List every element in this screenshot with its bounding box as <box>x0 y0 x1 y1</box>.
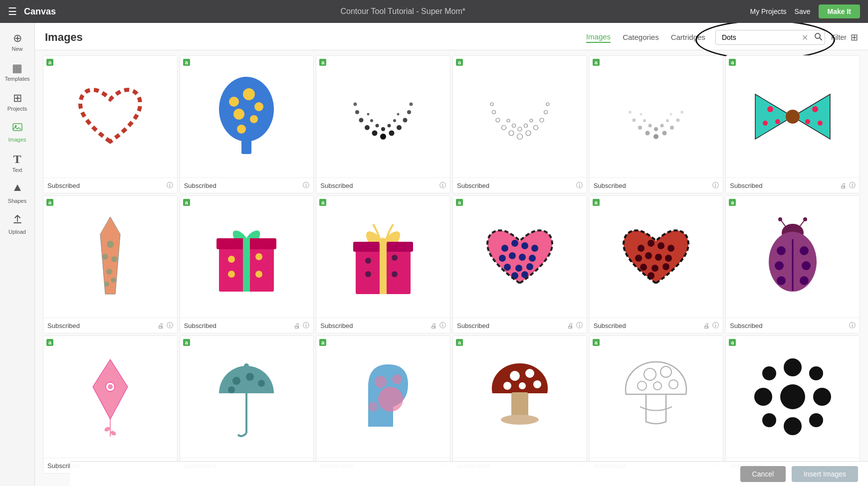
cancel-button[interactable]: Cancel <box>740 466 786 482</box>
grid-toggle-icon[interactable]: ⊞ <box>851 32 858 43</box>
info-icon-11[interactable]: ⓘ <box>712 321 719 330</box>
info-icon-5[interactable]: ⓘ <box>712 181 719 190</box>
sidebar-item-shapes[interactable]: Shapes <box>0 179 34 208</box>
svg-point-130 <box>108 384 113 389</box>
sidebar-item-text[interactable]: T Text <box>0 149 34 177</box>
search-container: ✕ <box>715 30 825 45</box>
svg-point-29 <box>397 113 400 116</box>
search-input[interactable] <box>715 30 825 45</box>
card-label-10: Subscribed <box>457 322 489 329</box>
image-card-14[interactable]: a Subscribed <box>180 335 314 474</box>
search-clear-icon[interactable]: ✕ <box>802 33 808 42</box>
svg-point-37 <box>533 126 538 130</box>
image-card-4[interactable]: a <box>452 55 587 193</box>
svg-point-138 <box>228 386 235 393</box>
svg-point-111 <box>665 255 672 262</box>
info-icon-9[interactable]: ⓘ <box>439 321 446 330</box>
card-badge-11: a <box>593 199 600 206</box>
svg-point-141 <box>375 376 387 388</box>
card-icons-3: ⓘ <box>439 181 446 190</box>
info-icon-4[interactable]: ⓘ <box>576 181 583 190</box>
image-card-17[interactable]: a Subscribed <box>589 335 724 474</box>
svg-point-45 <box>530 119 533 122</box>
card-footer-6: Subscribed 🖨 ⓘ <box>726 177 860 193</box>
image-card-11[interactable]: a <box>589 195 724 333</box>
svg-point-97 <box>519 254 526 261</box>
svg-point-49 <box>633 119 636 122</box>
card-icons-11: 🖨 ⓘ <box>703 321 719 330</box>
svg-rect-85 <box>380 242 387 294</box>
sidebar-item-templates[interactable]: ▦ Templates <box>0 58 34 86</box>
menu-icon[interactable]: ☰ <box>8 5 17 17</box>
svg-point-158 <box>784 417 802 435</box>
image-card-6[interactable]: a <box>725 55 860 193</box>
info-icon-7[interactable]: ⓘ <box>167 321 173 330</box>
info-icon-2[interactable]: ⓘ <box>303 181 309 190</box>
info-icon-3[interactable]: ⓘ <box>439 181 446 190</box>
image-card-5[interactable]: a <box>589 55 724 193</box>
tab-categories[interactable]: Categories <box>623 33 659 42</box>
sidebar-item-images[interactable]: Images <box>0 118 34 147</box>
svg-point-128 <box>800 276 809 285</box>
image-card-16[interactable]: a Subscribed <box>452 335 587 474</box>
svg-point-54 <box>680 111 683 114</box>
image-grid: a Subscribed ⓘ a <box>35 50 868 479</box>
card-label-9: Subscribed <box>320 322 353 329</box>
info-icon-8[interactable]: ⓘ <box>303 321 309 330</box>
svg-point-10 <box>237 125 246 134</box>
card-image-18 <box>726 336 860 458</box>
sidebar-label-shapes: Shapes <box>8 198 26 204</box>
card-image-11 <box>590 196 723 318</box>
image-card-2[interactable]: a Subscribed ⓘ <box>180 55 314 193</box>
info-icon-1[interactable]: ⓘ <box>167 181 173 190</box>
save-button[interactable]: Save <box>795 7 811 15</box>
svg-point-71 <box>111 256 117 262</box>
image-card-10[interactable]: a <box>452 195 587 333</box>
image-card-1[interactable]: a Subscribed ⓘ <box>43 55 178 193</box>
info-icon-6[interactable]: ⓘ <box>849 181 856 190</box>
card-badge-17: a <box>593 339 600 346</box>
svg-point-56 <box>649 124 652 128</box>
image-card-18[interactable]: a Subscribed <box>725 335 860 474</box>
tab-cartridges[interactable]: Cartridges <box>671 33 705 42</box>
card-image-2 <box>180 56 314 177</box>
sidebar-item-new[interactable]: ⊕ New <box>0 28 34 56</box>
svg-point-30 <box>517 134 522 140</box>
my-projects-link[interactable]: My Projects <box>750 7 786 15</box>
card-label-2: Subscribed <box>184 182 217 189</box>
filter-button[interactable]: Filter <box>831 33 847 41</box>
info-icon-12[interactable]: ⓘ <box>849 321 856 330</box>
info-icon-10[interactable]: ⓘ <box>576 321 583 330</box>
card-footer-5: Subscribed ⓘ <box>590 177 723 193</box>
image-card-7[interactable]: a Subscribed 🖨 ⓘ <box>43 195 178 333</box>
svg-point-161 <box>762 366 776 380</box>
image-card-15[interactable]: a Subscribed ⓘ <box>316 335 450 474</box>
svg-point-79 <box>255 253 262 260</box>
sidebar-label-images: Images <box>8 137 26 143</box>
image-card-3[interactable]: a <box>316 55 450 193</box>
svg-point-108 <box>635 255 642 262</box>
svg-point-100 <box>515 265 522 272</box>
svg-point-24 <box>376 124 379 128</box>
svg-point-126 <box>802 261 811 270</box>
svg-point-14 <box>365 125 370 130</box>
sidebar: ⊕ New ▦ Templates ⊞ Projects Images T Te… <box>0 23 35 486</box>
svg-point-110 <box>655 254 662 261</box>
image-card-8[interactable]: a <box>180 195 314 333</box>
svg-point-160 <box>813 388 831 406</box>
card-badge-9: a <box>319 199 326 206</box>
svg-point-47 <box>646 131 650 136</box>
image-card-9[interactable]: a <box>316 195 450 333</box>
svg-point-22 <box>410 103 413 106</box>
make-it-button[interactable]: Make It <box>819 4 860 18</box>
svg-point-18 <box>389 131 395 136</box>
image-card-13[interactable]: a Subscribed ⓘ <box>43 335 178 474</box>
svg-point-88 <box>365 271 371 277</box>
image-card-12[interactable]: a <box>725 195 860 333</box>
svg-point-164 <box>809 413 823 427</box>
sidebar-item-upload[interactable]: Upload <box>0 210 34 239</box>
search-button[interactable] <box>814 32 822 42</box>
tab-images[interactable]: Images <box>586 32 611 43</box>
insert-images-button[interactable]: Insert Images <box>792 466 858 482</box>
sidebar-item-projects[interactable]: ⊞ Projects <box>0 88 34 116</box>
